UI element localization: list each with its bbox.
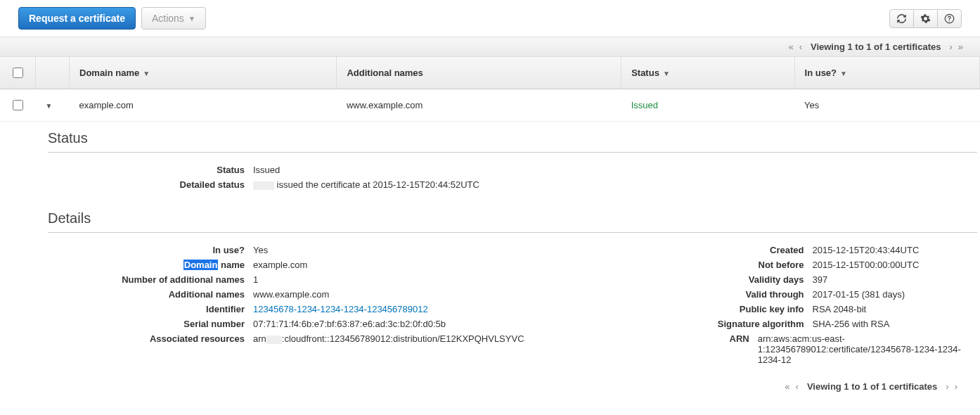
actions-label: Actions: [152, 13, 184, 24]
arn-value: arn:aws:acm:us-east-1:123456789012:certi…: [758, 333, 980, 365]
serial-value: 07:71:71:f4:6b:e7:bf:63:87:e6:ad:3c:b2:0…: [253, 319, 446, 329]
num-additional-label: Number of additional names: [48, 274, 253, 285]
help-button[interactable]: [937, 9, 962, 28]
created-label: Created: [630, 245, 813, 255]
inuse-value: Yes: [253, 245, 268, 255]
additional-names-value: www.example.com: [253, 289, 329, 300]
page-first-button[interactable]: «: [785, 381, 789, 392]
table-header-row: Domain name▼ Additional names Status▼ In…: [0, 57, 980, 89]
domain-name-label: Domain name: [48, 260, 253, 270]
detailed-status-row: Detailed status issued the certificate a…: [48, 177, 980, 192]
assoc-value: arn:cloudfront::123456789012:distributio…: [253, 333, 524, 344]
inuse-label: In use?: [48, 245, 253, 255]
sort-caret-icon: ▼: [143, 70, 150, 77]
cell-status: Issued: [621, 89, 794, 122]
page-prev-button[interactable]: ‹: [799, 42, 802, 52]
details-right-column: Created2015-12-15T20:43:44UTC Not before…: [630, 243, 980, 367]
validity-value: 397: [813, 274, 828, 285]
assoc-label: Associated resources: [48, 333, 253, 344]
sort-caret-icon: ▼: [663, 70, 670, 77]
refresh-button[interactable]: [889, 9, 914, 28]
caret-down-icon: ▼: [188, 15, 195, 23]
table-row[interactable]: ▼ example.com www.example.com Issued Yes: [0, 89, 980, 122]
additional-names-label: Additional names: [48, 289, 253, 300]
select-all-header: [0, 57, 36, 89]
request-certificate-label: Request a certificate: [29, 13, 125, 24]
page-first-button[interactable]: «: [788, 42, 793, 52]
pager-bar-top: « ‹ Viewing 1 to 1 of 1 certificates › »: [0, 37, 980, 57]
toolbar-icon-group: [889, 9, 962, 28]
settings-button[interactable]: [914, 9, 937, 28]
status-section-title: Status: [48, 124, 977, 153]
refresh-icon: [896, 13, 907, 24]
details-left-column: In use?Yes Domain name example.com Numbe…: [48, 243, 524, 367]
pki-label: Public key info: [630, 304, 813, 314]
toolbar: Request a certificate Actions ▼: [0, 0, 980, 37]
status-label: Status: [48, 165, 253, 175]
validthrough-value: 2017-01-15 (381 days): [813, 289, 905, 300]
certificates-table: Domain name▼ Additional names Status▼ In…: [0, 57, 980, 122]
validthrough-label: Valid through: [630, 289, 813, 300]
identifier-value[interactable]: 12345678-1234-1234-1234-123456789012: [253, 304, 428, 314]
status-value: Issued: [253, 165, 280, 175]
detailed-status-value: issued the certificate at 2015-12-15T20:…: [253, 179, 479, 190]
created-value: 2015-12-15T20:43:44UTC: [813, 245, 920, 255]
notbefore-label: Not before: [630, 260, 813, 270]
status-header[interactable]: Status▼: [621, 57, 794, 89]
validity-label: Validity days: [630, 274, 813, 285]
additional-header[interactable]: Additional names: [337, 57, 621, 89]
expanded-detail-panel: Status Status Issued Detailed status iss…: [0, 122, 980, 374]
actions-dropdown-button[interactable]: Actions ▼: [141, 7, 206, 30]
domain-name-value: example.com: [253, 260, 307, 270]
row-checkbox[interactable]: [13, 100, 23, 110]
page-next-button[interactable]: ›: [949, 42, 952, 52]
pager-text: Viewing 1 to 1 of 1 certificates: [807, 381, 937, 392]
identifier-label: Identifier: [48, 304, 253, 314]
cell-additional: www.example.com: [337, 89, 621, 122]
inuse-header[interactable]: In use?▼: [794, 57, 979, 89]
serial-label: Serial number: [48, 319, 253, 329]
gear-icon: [920, 13, 931, 24]
page-last-button[interactable]: ›: [955, 381, 958, 392]
status-row: Status Issued: [48, 162, 980, 177]
num-additional-value: 1: [253, 274, 258, 285]
page-prev-button[interactable]: ‹: [796, 381, 799, 392]
domain-header-label: Domain name: [79, 68, 139, 78]
select-all-checkbox[interactable]: [13, 68, 23, 78]
cell-domain: example.com: [70, 89, 337, 122]
help-icon: [944, 13, 955, 24]
arn-label: ARN: [630, 333, 758, 365]
cell-inuse: Yes: [794, 89, 979, 122]
detailed-status-text: issued the certificate at 2015-12-15T20:…: [274, 179, 479, 190]
pki-value: RSA 2048-bit: [813, 304, 867, 314]
details-section-title: Details: [48, 205, 977, 233]
redacted-issuer: [253, 181, 274, 190]
pager-text: Viewing 1 to 1 of 1 certificates: [811, 42, 941, 52]
domain-header[interactable]: Domain name▼: [70, 57, 337, 89]
expand-header: [36, 57, 70, 89]
page-next-button[interactable]: ›: [946, 381, 948, 392]
pager-bar-bottom: « ‹ Viewing 1 to 1 of 1 certificates › ›: [0, 374, 980, 399]
page-last-button[interactable]: »: [958, 42, 963, 52]
detailed-status-label: Detailed status: [48, 179, 253, 190]
svg-point-1: [948, 20, 950, 21]
sort-caret-icon: ▼: [840, 70, 847, 77]
status-header-label: Status: [631, 68, 659, 78]
sig-label: Signature algorithm: [630, 319, 813, 329]
additional-header-label: Additional names: [347, 68, 423, 78]
sig-value: SHA-256 with RSA: [813, 319, 890, 329]
request-certificate-button[interactable]: Request a certificate: [18, 7, 136, 30]
redacted-arn-part: [266, 336, 282, 344]
inuse-header-label: In use?: [805, 68, 837, 78]
notbefore-value: 2015-12-15T00:00:00UTC: [813, 260, 920, 270]
domain-highlight: Domain: [183, 260, 219, 270]
expand-row-toggle[interactable]: ▼: [46, 102, 53, 110]
